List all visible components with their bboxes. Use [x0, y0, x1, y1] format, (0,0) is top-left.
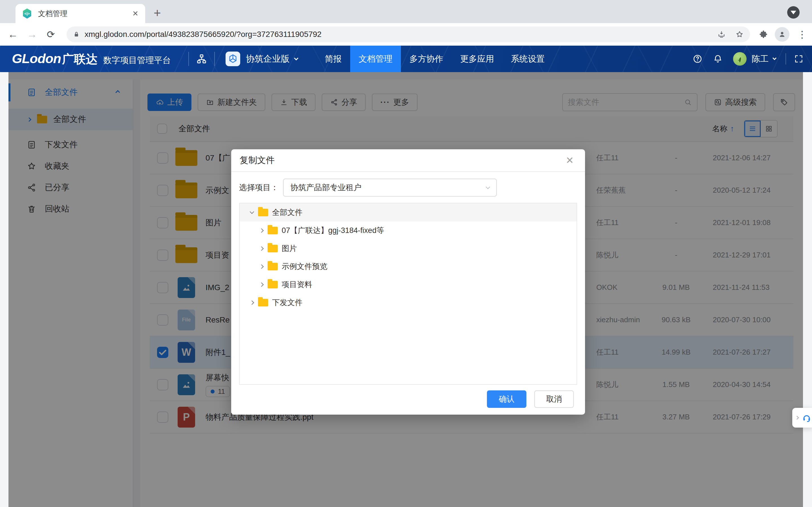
modal-title: 复制文件: [240, 154, 566, 166]
chevron-right-icon[interactable]: [259, 246, 264, 251]
tree-item[interactable]: 07【广联达】ggj-3184-fixed等: [240, 221, 576, 239]
xiezhu-logo-icon: [225, 52, 240, 66]
user-name[interactable]: 陈工: [752, 53, 769, 65]
headset-icon: [802, 413, 811, 422]
divider: [188, 52, 189, 66]
workspace-switcher[interactable]: 协筑企业版: [225, 52, 298, 66]
modal-close-icon[interactable]: ✕: [566, 155, 574, 166]
project-select-value: 协筑产品部专业租户: [290, 182, 486, 193]
logo-cn: 广联达: [62, 51, 98, 67]
folder-icon: [258, 209, 268, 216]
tree-item[interactable]: 下发文件: [240, 293, 576, 312]
tree-item-label: 图片: [282, 243, 297, 253]
url-text: xmgl.glodon.com/portal/493823875665920/?…: [85, 30, 708, 39]
lock-icon: [73, 31, 80, 38]
nav-item-简报[interactable]: 简报: [316, 46, 350, 72]
tree-item-label: 全部文件: [272, 207, 303, 217]
address-bar[interactable]: xmgl.glodon.com/portal/493823875665920/?…: [66, 26, 750, 42]
folder-tree: 全部文件07【广联达】ggj-3184-fixed等图片示例文件预览项目资料下发…: [239, 203, 577, 385]
install-icon[interactable]: [717, 30, 726, 39]
tree-item-label: 07【广联达】ggj-3184-fixed等: [282, 225, 384, 235]
app-nav-bar: GLodon 广联达 数字项目管理平台 协筑企业版 简报文档管理多方协作更多应用…: [0, 46, 812, 72]
nav-item-系统设置[interactable]: 系统设置: [502, 46, 553, 72]
new-tab-button[interactable]: +: [154, 7, 161, 19]
modal-header: 复制文件 ✕: [231, 149, 585, 172]
workspace-label: 协筑企业版: [246, 53, 290, 65]
project-select[interactable]: 协筑产品部专业租户: [283, 179, 497, 196]
forward-button[interactable]: →: [27, 28, 37, 41]
caret-down-icon: [791, 11, 796, 14]
chevron-down-icon[interactable]: [250, 209, 254, 214]
folder-icon: [267, 281, 278, 288]
chevron-down-icon: [772, 56, 776, 60]
tab-search-button[interactable]: [787, 6, 800, 18]
chevron-right-icon[interactable]: [250, 300, 254, 305]
folder-icon: [267, 245, 278, 252]
cancel-button[interactable]: 取消: [534, 390, 574, 408]
bookmark-star-icon[interactable]: [735, 30, 744, 39]
tree-item[interactable]: 全部文件: [240, 203, 576, 221]
nav-item-多方协作[interactable]: 多方协作: [401, 46, 452, 72]
tree-item[interactable]: 示例文件预览: [240, 258, 576, 276]
tab-close-icon[interactable]: ✕: [132, 9, 139, 18]
helpdesk-widget[interactable]: [792, 408, 812, 428]
logo-en: GLodon: [12, 51, 61, 66]
person-icon: [778, 30, 786, 39]
fullscreen-icon[interactable]: [794, 54, 804, 64]
divider: [785, 53, 786, 64]
tree-item-label: 项目资料: [282, 279, 312, 290]
chevron-down-icon: [486, 184, 490, 189]
chevron-down-icon: [294, 56, 299, 60]
browser-tab[interactable]: <|> 文档管理 ✕: [15, 4, 145, 23]
back-button[interactable]: ←: [8, 28, 18, 41]
tree-item-label: 下发文件: [272, 297, 303, 307]
browser-menu-icon[interactable]: ⋮: [797, 28, 807, 41]
tree-item[interactable]: 图片: [240, 239, 576, 258]
confirm-button[interactable]: 确认: [487, 390, 526, 408]
site-favicon: <|>: [22, 8, 32, 18]
folder-icon: [267, 227, 278, 234]
folder-icon: [267, 263, 278, 270]
user-avatar[interactable]: [733, 52, 747, 66]
tree-item-label: 示例文件预览: [282, 262, 327, 272]
project-select-label: 选择项目：: [239, 182, 278, 193]
help-icon[interactable]: [693, 54, 703, 64]
chevron-right-icon: [795, 416, 799, 420]
extensions-icon[interactable]: [759, 30, 768, 39]
divider: [214, 52, 215, 66]
tree-item[interactable]: 项目资料: [240, 276, 576, 293]
glodon-logo: GLodon 广联达 数字项目管理平台: [12, 51, 171, 67]
nav-item-文档管理[interactable]: 文档管理: [350, 46, 401, 72]
browser-toolbar: ← → ⟳ xmgl.glodon.com/portal/49382387566…: [0, 23, 812, 46]
copy-file-modal: 复制文件 ✕ 选择项目： 协筑产品部专业租户 全部文件07【广联达】ggj-31…: [231, 149, 585, 414]
tab-title: 文档管理: [38, 9, 132, 18]
notification-bell-icon[interactable]: [713, 54, 723, 64]
reload-button[interactable]: ⟳: [47, 28, 55, 41]
nav-item-更多应用[interactable]: 更多应用: [452, 46, 502, 72]
logo-subtitle: 数字项目管理平台: [103, 55, 171, 66]
chevron-right-icon[interactable]: [259, 282, 264, 287]
browser-profile-avatar[interactable]: [775, 27, 790, 42]
chevron-right-icon[interactable]: [259, 228, 264, 233]
org-structure-icon[interactable]: [196, 54, 207, 64]
chevron-right-icon[interactable]: [259, 264, 264, 269]
browser-tab-strip: <|> 文档管理 ✕ +: [0, 0, 812, 23]
folder-icon: [258, 299, 268, 306]
